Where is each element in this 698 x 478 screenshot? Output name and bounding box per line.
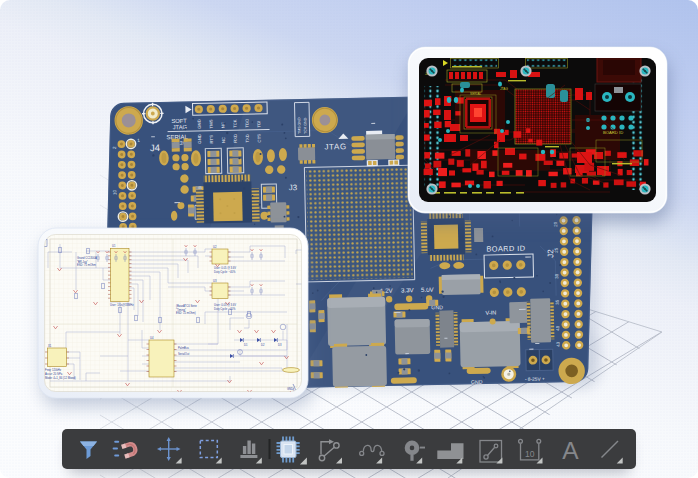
svg-text:ESD: 75 mOhm: ESD: 75 mOhm <box>77 263 97 267</box>
svg-text:TMS: TMS <box>208 119 213 128</box>
svg-text:JTAG: JTAG <box>500 87 508 91</box>
svg-text:CTS: CTS <box>257 134 262 143</box>
svg-text:J3: J3 <box>289 183 298 192</box>
svg-text:Mode: 4+1_84 (12 Mixed): Mode: 4+1_84 (12 Mixed) <box>45 376 76 380</box>
svg-text:U2: U2 <box>213 245 217 249</box>
svg-text:Accur: 20 SPa: Accur: 20 SPa <box>45 372 63 376</box>
svg-text:40: 40 <box>555 325 560 331</box>
svg-text:NC: NC <box>221 137 226 143</box>
svg-text:- 8-25V +: - 8-25V + <box>525 376 545 381</box>
svg-text:TDO: TDO <box>244 118 249 128</box>
svg-text:TCK: TCK <box>232 119 237 128</box>
svg-text:45: 45 <box>198 186 202 190</box>
svg-text:JTAG: JTAG <box>324 142 346 151</box>
svg-text:U1: U1 <box>112 244 116 248</box>
svg-text:D2: D2 <box>261 343 265 347</box>
svg-text:Duty Cycle: ~40%: Duty Cycle: ~40% <box>214 307 236 311</box>
svg-text:User: 0.05 @ 3.6V: User: 0.05 @ 3.6V <box>214 303 236 307</box>
svg-text:User: 0.05 @ 3.6V: User: 0.05 @ 3.6V <box>214 266 236 270</box>
svg-text:GND: GND <box>471 379 483 385</box>
svg-text:3.3V: 3.3V <box>401 286 415 293</box>
svg-text:10: 10 <box>112 189 117 195</box>
svg-text:BOARD ID: BOARD ID <box>603 130 623 135</box>
svg-text:U3: U3 <box>213 279 217 283</box>
svg-text:D3: D3 <box>278 343 282 347</box>
svg-text:J4: J4 <box>150 142 160 153</box>
svg-text:"BR-Jay": "BR-Jay" <box>77 260 88 264</box>
svg-text:Freq: 120kHz: Freq: 120kHz <box>45 368 62 372</box>
svg-text:TMS GND: TMS GND <box>297 117 301 134</box>
svg-text:A: A <box>562 437 579 464</box>
svg-text:5.0V: 5.0V <box>421 286 435 293</box>
svg-text:TXD: TXD <box>245 134 250 142</box>
svg-text:RXD: RXD <box>233 134 238 143</box>
svg-text:TCK GND: TCK GND <box>303 117 307 134</box>
svg-text:25: 25 <box>554 247 559 253</box>
svg-text:"Timing": "Timing" <box>176 308 186 312</box>
svg-text:TDI: TDI <box>256 121 261 128</box>
svg-text:Grand CC1300A: Grand CC1300A <box>77 256 97 260</box>
svg-text:30: 30 <box>554 273 559 279</box>
svg-text:(BaseATC0 Serie: (BaseATC0 Serie <box>176 304 197 308</box>
svg-text:PalmBus: PalmBus <box>178 346 189 350</box>
svg-text:ESD: 15 mOhm): ESD: 15 mOhm) <box>176 311 196 315</box>
svg-text:10: 10 <box>525 449 535 459</box>
svg-text:X1: X1 <box>48 344 52 348</box>
svg-text:D1: D1 <box>244 343 248 347</box>
svg-text:U4: U4 <box>150 336 154 340</box>
svg-text:V-IN: V-IN <box>485 309 496 315</box>
svg-text:GND_s: GND_s <box>287 387 296 391</box>
svg-text:SERIAL: SERIAL <box>470 92 482 96</box>
svg-text:SerialOut: SerialOut <box>178 352 189 356</box>
svg-text:BOARD ID: BOARD ID <box>486 244 525 254</box>
svg-text:User: 1/0s@33MHz: User: 1/0s@33MHz <box>110 303 134 307</box>
svg-text:RTS: RTS <box>209 135 214 144</box>
svg-text:35: 35 <box>555 299 560 305</box>
svg-text:GND: GND <box>197 119 202 128</box>
svg-text:Duty Cycle: ~40%: Duty Cycle: ~40% <box>214 270 236 274</box>
svg-text:43: 43 <box>556 341 561 347</box>
svg-text:GND: GND <box>197 134 202 143</box>
